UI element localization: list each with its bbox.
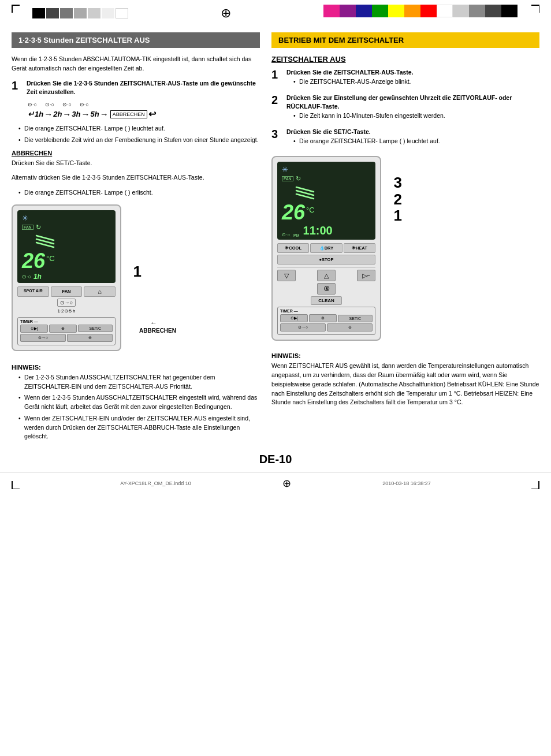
- timer-sequence-diagram: ⊙·○ ⊙·○ ⊙·○ ⊙·○ ↵ 1h → 2h → 3h → 5h → AB…: [28, 102, 260, 120]
- right-setc-btn[interactable]: SET/C: [338, 315, 373, 322]
- cool-btn[interactable]: ✳COOL: [277, 243, 309, 253]
- swatch-mid: [60, 8, 73, 18]
- right-fan-row: FAN ↻: [282, 175, 371, 183]
- right-step1-bullet: Die ZEITSCHALTER-AUS-Anzeige blinkt.: [293, 77, 414, 87]
- step1-text: Drücken Sie die 1·2·3·5 Stunden ZEITSCHA…: [27, 79, 260, 98]
- swatch-pale: [102, 8, 114, 18]
- left-hinweis: HINWEIS: Der 1·2·3·5 Stunden AUSSCHALTZE…: [12, 364, 260, 441]
- timer-btn-minus[interactable]: ⊖: [67, 334, 113, 342]
- abbrechen-text2: Alternativ drücken Sie die 1·2·3·5 Stund…: [12, 173, 260, 183]
- nav-left-btn[interactable]: ▽: [277, 270, 296, 281]
- swatch-purple: [340, 5, 356, 17]
- right-step3-bullet: Die orange ZEITSCHALTER- Lampe ( ) leuch…: [293, 137, 440, 146]
- left-remote-body: ✳ FAN ↻: [12, 204, 121, 351]
- right-step2: 2 Drücken Sie zur Einstellung der gewüns…: [271, 94, 539, 123]
- temp-display: 26: [22, 251, 45, 271]
- right-timer-title: TIMER —: [280, 309, 373, 313]
- right-timer-row1: ⊙▶| ⊕ SET/C: [280, 314, 373, 322]
- timer-icons-row: ⊙·○ ⊙·○ ⊙·○ ⊙·○: [28, 102, 260, 107]
- spot-fan-row: SPOT AIR FAN ⌂: [17, 286, 116, 297]
- right-time-row: ⊙·○ PM 11:00: [282, 224, 371, 237]
- right-section-header: BETRIEB MIT DEM ZEITSCHALTER: [271, 32, 539, 48]
- right-timer-btn-fwd[interactable]: ⊙▶|: [280, 314, 308, 322]
- swatch-black: [32, 8, 45, 18]
- display-top-row: ✳: [22, 214, 111, 222]
- left-step1: 1 Drücken Sie die 1·2·3·5 Stunden ZEITSC…: [12, 79, 260, 98]
- step-label-3: 3: [394, 174, 402, 191]
- right-step1-num: 1: [271, 68, 282, 89]
- right-step2-text: Drücken Sie zur Einstellung der gewünsch…: [286, 94, 539, 112]
- celsius-symbol: °C: [46, 254, 55, 263]
- reg-corner-bottomright: [522, 478, 539, 489]
- main-content: 1·2·3·5 Stunden ZEITSCHALTER AUS Wenn di…: [0, 27, 551, 449]
- right-display-top: ✳: [282, 165, 371, 174]
- right-step1-text: Drücken Sie die ZEITSCHALTER-AUS-Taste.: [286, 68, 414, 77]
- nav-right-btn[interactable]: ▷⌐: [357, 270, 375, 281]
- right-hinweis: HINWEIS: Wenn ZEITSCHALTER AUS gewählt i…: [271, 352, 539, 407]
- right-step3: 3 Drücken Sie die SET/C-Taste. Die orang…: [271, 128, 539, 148]
- bullet1-left: Die orange ZEITSCHALTER- Lampe ( ) leuch…: [18, 124, 260, 133]
- right-remote-body: ✳ FAN ↻ 26 °C: [271, 156, 381, 341]
- nav-up-btn[interactable]: △: [317, 270, 336, 281]
- left-column: 1·2·3·5 Stunden ZEITSCHALTER AUS Wenn di…: [12, 32, 260, 444]
- fan-btn[interactable]: FAN: [51, 286, 83, 297]
- right-hinweis-heading: HINWEIS:: [271, 352, 539, 359]
- right-snowflake-icon: ✳: [282, 165, 288, 174]
- step-label-1: 1: [394, 207, 402, 224]
- timer-1235-label: 1·2·3·5 h: [17, 308, 116, 314]
- right-step2-num: 2: [271, 94, 282, 123]
- timer-btn-back[interactable]: ⊙→○: [20, 334, 66, 342]
- registration-marks-left: [12, 5, 128, 22]
- timer-btn-forward[interactable]: ⊙▶|: [20, 325, 48, 333]
- stop-btn[interactable]: ●STOP: [277, 255, 375, 265]
- timer-row1: ⊙▶| ⊕ SET/C: [20, 325, 113, 333]
- heat-btn[interactable]: ✳HEAT: [344, 243, 375, 253]
- setc-btn-left[interactable]: SET/C: [78, 325, 113, 332]
- spot-air-btn[interactable]: SPOT AIR: [17, 286, 49, 297]
- dry-btn[interactable]: 💧DRY: [310, 243, 342, 253]
- left-timer-box: TIMER — ⊙▶| ⊕ SET/C ⊙→○ ⊖: [17, 317, 116, 345]
- display-bottom-row: ⊙·○ 1h: [22, 273, 111, 281]
- footer-crosshair: ⊕: [282, 477, 291, 490]
- right-wind-icon: [293, 184, 371, 201]
- reg-corner-topleft: [12, 5, 29, 22]
- s-center-btn[interactable]: Ⓢ: [317, 283, 336, 295]
- bullet2-left: Die verbleibende Zeit wird an der Fernbe…: [18, 136, 260, 145]
- hinweis-bullet1: Der 1·2·3·5 Stunden AUSSCHALTZEITSCHALTE…: [18, 373, 260, 392]
- abbrechen-label: ABBRECHEN: [139, 327, 176, 334]
- snowflake-icon: ✳: [22, 214, 28, 222]
- swatch-gray2: [469, 5, 485, 17]
- timer-row2: ⊙→○ ⊖: [20, 334, 113, 342]
- settings-btn[interactable]: ⌂: [84, 286, 116, 297]
- step-label-2: 2: [394, 191, 402, 208]
- right-timer-btn-back[interactable]: ⊙→○: [280, 323, 326, 332]
- right-hinweis-text: Wenn ZEITSCHALTER AUS gewählt ist, dann …: [271, 362, 539, 407]
- abbrechen-text1: Drücken Sie die SET/C-Taste.: [12, 159, 260, 168]
- remote-label-1: 1: [133, 263, 142, 281]
- right-timer-btn-plus[interactable]: ⊕: [309, 314, 337, 322]
- clean-btn[interactable]: CLEAN: [311, 296, 342, 305]
- right-louver-svg: [293, 184, 317, 200]
- right-step2-bullet: Die Zeit kann in 10-Minuten-Stufen einge…: [293, 111, 539, 121]
- timer-icon-btn[interactable]: ⊙→○: [57, 299, 76, 307]
- step-labels-right: 3 2 1: [394, 174, 402, 224]
- right-step1: 1 Drücken Sie die ZEITSCHALTER-AUS-Taste…: [271, 68, 539, 89]
- color-bar-right: [323, 5, 539, 22]
- swatch-orange: [404, 5, 420, 17]
- temp-row: 26 °C: [22, 251, 111, 271]
- right-timer-row2: ⊙→○ ⊖: [280, 323, 373, 332]
- right-time-digits: 11:00: [303, 224, 333, 237]
- right-column: BETRIEB MIT DEM ZEITSCHALTER ZEITSCHALTE…: [271, 32, 539, 444]
- separator: [277, 267, 375, 267]
- header-bar: ⊕: [0, 0, 551, 27]
- right-celsius-symbol: °C: [306, 206, 315, 214]
- swatch-gray3: [485, 5, 501, 17]
- nav-buttons-row: ▽ △ ▷⌐: [277, 270, 375, 281]
- reg-corner-bottomleft: [12, 478, 29, 489]
- abbrechen-box-timer: ABBRECHEN: [110, 110, 147, 118]
- right-timer-dot: ⊙·○: [282, 232, 290, 237]
- right-timer-btn-minus[interactable]: ⊖: [327, 323, 373, 332]
- swatch-dark: [46, 8, 59, 18]
- right-remote-display: ✳ FAN ↻ 26 °C: [277, 162, 375, 240]
- timer-btn-plus[interactable]: ⊕: [49, 325, 77, 333]
